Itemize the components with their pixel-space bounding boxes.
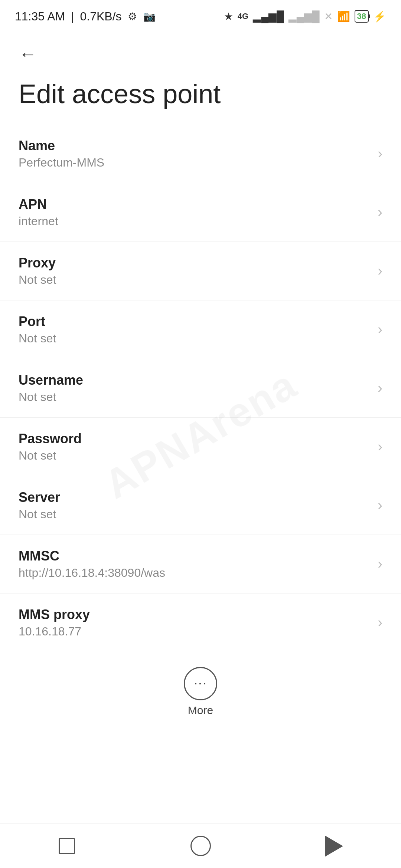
item-value: Not set [19, 390, 370, 404]
recents-icon [59, 838, 75, 854]
item-text: ServerNot set [19, 490, 370, 521]
status-right: ★ 4G ▂▄▆█ ▂▄▆█ ✕ 📶 38 ⚡ [224, 10, 386, 23]
item-text: PasswordNot set [19, 431, 370, 463]
settings-list: NamePerfectum-MMS›APNinternet›ProxyNot s… [0, 125, 401, 652]
back-button[interactable]: ← [15, 41, 41, 67]
battery-level: 38 [357, 11, 366, 21]
top-nav: ← [0, 30, 401, 70]
item-label: Username [19, 372, 370, 388]
bluetooth-icon: ★ [224, 10, 233, 23]
item-text: ProxyNot set [19, 255, 370, 287]
chevron-right-icon: › [378, 263, 382, 279]
home-icon [190, 836, 211, 856]
settings-icon: ⚙ [128, 10, 137, 23]
back-arrow-icon: ← [19, 44, 37, 64]
settings-item-proxy[interactable]: ProxyNot set› [0, 242, 401, 300]
network-speed: 0.7KB/s [80, 10, 122, 23]
signal-4g-icon: 4G [238, 11, 248, 21]
item-value: Not set [19, 273, 370, 287]
settings-item-mmsc[interactable]: MMSChttp://10.16.18.4:38090/was› [0, 535, 401, 594]
item-label: Password [19, 431, 370, 447]
item-text: PortNot set [19, 314, 370, 345]
item-text: NamePerfectum-MMS [19, 138, 370, 170]
more-circle-icon: ⋯ [184, 667, 217, 700]
item-text: MMSChttp://10.16.18.4:38090/was [19, 548, 370, 580]
battery-indicator: 38 [355, 10, 369, 23]
chevron-right-icon: › [378, 322, 382, 338]
item-label: Server [19, 490, 370, 505]
item-label: MMSC [19, 548, 370, 564]
back-nav-icon [325, 836, 343, 857]
signal-x-icon: ✕ [324, 10, 333, 23]
separator: | [71, 10, 74, 23]
item-value: Not set [19, 332, 370, 345]
more-label: More [188, 704, 213, 717]
item-value: Not set [19, 507, 370, 521]
home-button[interactable] [184, 829, 217, 863]
item-value: Perfectum-MMS [19, 156, 370, 170]
camera-icon: 📷 [143, 10, 156, 23]
item-value: http://10.16.18.4:38090/was [19, 566, 370, 580]
bottom-nav [0, 823, 401, 868]
item-value: Not set [19, 449, 370, 463]
item-label: Name [19, 138, 370, 154]
recents-button[interactable] [50, 829, 84, 863]
wifi-icon: 📶 [337, 10, 350, 23]
settings-item-mms-proxy[interactable]: MMS proxy10.16.18.77› [0, 594, 401, 652]
chevron-right-icon: › [378, 380, 382, 396]
time: 11:35 AM [15, 10, 65, 23]
settings-item-name[interactable]: NamePerfectum-MMS› [0, 125, 401, 183]
chevron-right-icon: › [378, 439, 382, 455]
chevron-right-icon: › [378, 615, 382, 631]
item-text: UsernameNot set [19, 372, 370, 404]
bottom-spacer [0, 728, 401, 780]
item-text: APNinternet [19, 197, 370, 228]
item-label: MMS proxy [19, 607, 370, 622]
item-text: MMS proxy10.16.18.77 [19, 607, 370, 638]
item-label: APN [19, 197, 370, 212]
chevron-right-icon: › [378, 497, 382, 513]
charging-icon: ⚡ [373, 10, 386, 23]
item-value: internet [19, 214, 370, 228]
status-bar: 11:35 AM | 0.7KB/s ⚙ 📷 ★ 4G ▂▄▆█ ▂▄▆█ ✕ … [0, 0, 401, 30]
signal-bars-2-icon: ▂▄▆█ [288, 10, 320, 23]
item-value: 10.16.18.77 [19, 625, 370, 638]
settings-item-password[interactable]: PasswordNot set› [0, 418, 401, 476]
settings-item-username[interactable]: UsernameNot set› [0, 359, 401, 418]
chevron-right-icon: › [378, 204, 382, 220]
item-label: Port [19, 314, 370, 329]
chevron-right-icon: › [378, 556, 382, 572]
chevron-right-icon: › [378, 146, 382, 162]
status-left: 11:35 AM | 0.7KB/s ⚙ 📷 [15, 10, 156, 23]
item-label: Proxy [19, 255, 370, 271]
signal-bars-icon: ▂▄▆█ [253, 10, 284, 23]
settings-item-apn[interactable]: APNinternet› [0, 183, 401, 242]
settings-item-port[interactable]: PortNot set› [0, 300, 401, 359]
page-title: Edit access point [0, 70, 401, 125]
back-nav-button[interactable] [317, 829, 351, 863]
settings-item-server[interactable]: ServerNot set› [0, 476, 401, 535]
more-dots-icon: ⋯ [193, 677, 208, 690]
more-button[interactable]: ⋯ More [0, 652, 401, 728]
